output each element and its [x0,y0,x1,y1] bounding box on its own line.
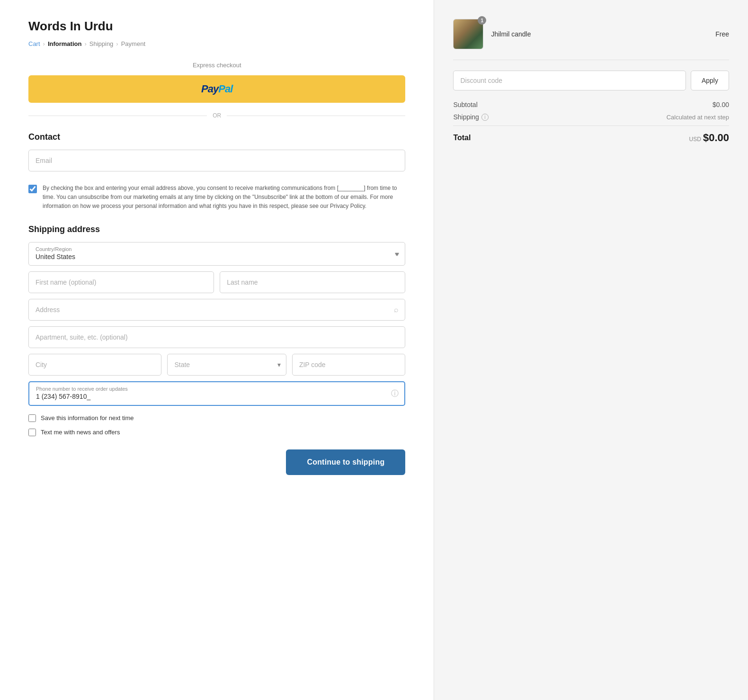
city-state-zip-row: State Alabama Alaska Arizona California … [28,354,405,376]
country-label: Country/Region [36,246,398,252]
shipping-row: Shipping i Calculated at next step [453,113,729,121]
phone-label: Phone number to receive order updates [36,386,383,392]
total-currency: USD [689,136,701,143]
phone-input[interactable] [36,393,383,400]
subtotal-value: $0.00 [712,101,729,108]
discount-code-input[interactable] [453,71,686,90]
breadcrumb-information: Information [48,40,82,47]
shipping-label-wrapper: Shipping i [453,113,489,121]
discount-row: Apply [453,71,729,90]
total-amount-wrapper: USD$0.00 [689,132,729,144]
subtotal-label: Subtotal [453,101,477,108]
last-name-field[interactable] [220,271,405,293]
consent-checkbox[interactable] [28,185,37,193]
chevron-down-icon: ▾ [395,250,398,258]
product-name: Jhilmil candle [491,30,708,38]
breadcrumb-payment: Payment [121,40,145,47]
save-info-row: Save this information for next time [28,414,405,422]
paypal-logo: PayPal [201,83,232,95]
save-info-checkbox[interactable] [28,414,36,422]
shipping-address-section: Shipping address Country/Region United S… [28,224,405,475]
shipping-label: Shipping [453,113,479,121]
breadcrumb-sep-3: › [116,40,118,47]
phone-field: Phone number to receive order updates [28,381,405,406]
shipping-info-icon[interactable]: i [481,114,489,121]
product-row: 1 Jhilmil candle Free [453,19,729,60]
address-field[interactable] [28,299,405,321]
city-field[interactable] [28,354,161,376]
address-wrapper: ⌕ [28,299,405,321]
text-offers-checkbox[interactable] [28,429,36,436]
product-badge: 1 [478,16,486,25]
paypal-button[interactable]: PayPal [28,75,405,103]
phone-wrapper: Phone number to receive order updates ⓘ [28,381,405,406]
apt-field[interactable] [28,326,405,348]
country-value: United States [36,253,75,260]
country-region-field[interactable]: Country/Region United States ▾ [28,242,405,266]
name-row [28,271,405,293]
left-panel: Words In Urdu Cart › Information › Shipp… [0,0,434,700]
breadcrumb-sep-2: › [84,40,86,47]
breadcrumb-cart[interactable]: Cart [28,40,40,47]
shipping-calc-label: Calculated at next step [667,114,729,121]
right-panel: 1 Jhilmil candle Free Apply Subtotal $0.… [434,0,748,700]
text-offers-label: Text me with news and offers [41,429,120,436]
total-label: Total [453,134,471,142]
continue-btn-row: Continue to shipping [28,449,405,475]
total-value: $0.00 [703,132,729,144]
first-name-field[interactable] [28,271,214,293]
apply-discount-button[interactable]: Apply [691,71,729,90]
shipping-address-title: Shipping address [28,224,405,234]
express-checkout-label: Express checkout [28,62,405,69]
search-icon: ⌕ [394,305,399,314]
save-info-label: Save this information for next time [41,414,134,422]
product-image-wrapper: 1 [453,19,483,49]
breadcrumb: Cart › Information › Shipping › Payment [28,40,405,47]
continue-to-shipping-button[interactable]: Continue to shipping [286,449,405,475]
text-offers-row: Text me with news and offers [28,429,405,436]
product-price: Free [715,30,729,38]
subtotal-row: Subtotal $0.00 [453,101,729,108]
consent-row: By checking the box and entering your em… [28,184,405,211]
total-row: Total USD$0.00 [453,126,729,144]
or-divider: OR [28,112,405,119]
zip-field[interactable] [292,354,406,376]
help-circle-icon[interactable]: ⓘ [391,388,399,398]
state-select-wrapper[interactable]: State Alabama Alaska Arizona California … [167,354,286,376]
email-field[interactable] [28,150,405,171]
state-select[interactable]: State Alabama Alaska Arizona California … [167,354,286,376]
breadcrumb-sep-1: › [43,40,45,47]
store-title: Words In Urdu [28,19,405,34]
breadcrumb-shipping: Shipping [89,40,114,47]
contact-section-title: Contact [28,132,405,142]
consent-text: By checking the box and entering your em… [43,184,405,211]
